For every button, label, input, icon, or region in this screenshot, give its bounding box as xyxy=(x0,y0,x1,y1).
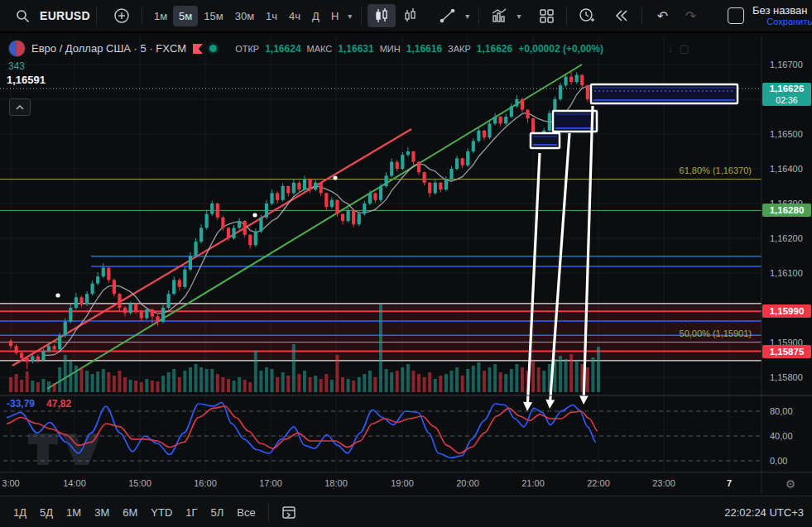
oscillator-tick: 40,00 xyxy=(770,431,811,441)
fib-level-label: 50,00% (1,15901) xyxy=(680,328,752,338)
compare-add-icon[interactable] xyxy=(108,4,136,27)
close-label: ЗАКР xyxy=(448,44,471,54)
interval-30м[interactable]: 30м xyxy=(229,6,260,26)
low-label: МИН xyxy=(380,44,401,54)
range-3М[interactable]: 3М xyxy=(88,503,116,522)
save-button[interactable]: Сохранить xyxy=(752,17,812,27)
symbol-label[interactable]: EURUSD xyxy=(40,9,90,22)
range-5Л[interactable]: 5Л xyxy=(204,503,231,522)
redo-icon[interactable]: ↷ xyxy=(676,4,704,27)
open-value: 1,16624 xyxy=(265,43,300,55)
undo-icon[interactable]: ↶ xyxy=(648,4,676,27)
time-tick: 16:00 xyxy=(194,478,217,488)
price-tick: 1,16200 xyxy=(770,233,811,243)
bar-counter-label: 343 xyxy=(8,60,25,72)
interval-1м[interactable]: 1м xyxy=(148,6,173,26)
legend-arrow-down-icon[interactable]: ↓ xyxy=(668,42,674,55)
layout-title[interactable]: Без назван xyxy=(752,5,812,17)
collapse-caret-button[interactable] xyxy=(9,98,31,116)
bottom-toolbar: 1Д5Д1М3М6МYTD1Г5ЛВсе 22:02:24 UTC+3 xyxy=(0,496,812,527)
range-6М[interactable]: 6М xyxy=(116,503,144,522)
green-level-badge: 1,16280 xyxy=(762,204,811,217)
time-tick: 7 xyxy=(727,478,732,488)
intervals-chevron-down-icon[interactable]: ▾ xyxy=(344,12,355,21)
main-chart[interactable] xyxy=(0,0,812,527)
interval-5м[interactable]: 5м xyxy=(173,6,198,26)
interval-1ч[interactable]: 1ч xyxy=(260,6,283,26)
line-tools-chevron-down-icon[interactable]: ▾ xyxy=(462,12,473,21)
oscillator-fast-value: -33,79 xyxy=(7,398,35,410)
tradingview-chart-window: { "toolbar": { "symbol": "EURUSD", "inte… xyxy=(0,0,812,527)
low-value: 1,16616 xyxy=(406,43,442,55)
time-tick: 19:00 xyxy=(391,478,414,488)
range-1Г[interactable]: 1Г xyxy=(179,503,204,522)
range-YTD[interactable]: YTD xyxy=(144,503,179,522)
time-tick: 18:00 xyxy=(324,478,348,488)
range-5Д[interactable]: 5Д xyxy=(33,503,60,522)
price-tick: 1,15800 xyxy=(770,372,811,382)
change-value: +0,00002 (+0,00%) xyxy=(518,43,603,55)
indicator-templates-icon[interactable] xyxy=(485,4,513,27)
close-value: 1,16626 xyxy=(477,43,512,55)
time-tick: 15:00 xyxy=(128,478,151,488)
interval-Н[interactable]: Н xyxy=(325,6,344,26)
time-tick: 22:00 xyxy=(587,478,610,488)
grid-layout-icon[interactable] xyxy=(532,4,560,27)
time-tick: 20:00 xyxy=(456,478,479,488)
chevron-up-icon xyxy=(16,105,24,110)
time-tick: 14:00 xyxy=(63,478,86,488)
interval-Д[interactable]: Д xyxy=(306,6,325,26)
range-Все[interactable]: Все xyxy=(230,503,262,522)
symbol-flag-icon xyxy=(8,40,26,57)
replay-icon[interactable] xyxy=(608,4,636,27)
time-tick: 17:00 xyxy=(259,478,282,488)
range-switcher: 1Д5Д1М3М6МYTD1Г5ЛВсе xyxy=(7,503,262,522)
high-label: МАКС xyxy=(307,44,333,54)
go-to-date-icon[interactable] xyxy=(275,501,303,524)
current-price-badge: 1,1662602:36 xyxy=(762,83,811,106)
range-1Д[interactable]: 1Д xyxy=(7,503,33,522)
price-tick: 1,16100 xyxy=(770,268,811,278)
alert-icon[interactable] xyxy=(573,4,601,27)
interval-switcher: 1м5м15м30м1ч4чДН xyxy=(148,6,344,26)
hollow-candles-style-icon[interactable] xyxy=(396,4,424,27)
fib-level-label: 61,80% (1,16370) xyxy=(680,165,752,175)
layout-checkbox-icon[interactable] xyxy=(728,7,744,24)
open-label: ОТКР xyxy=(235,44,259,54)
session-clock[interactable]: 22:02:24 UTC+3 xyxy=(724,506,804,519)
candles-style-icon[interactable] xyxy=(368,4,396,27)
legend-maximize-icon[interactable]: ▢ xyxy=(679,42,689,55)
price-tick: 1,16700 xyxy=(770,60,811,69)
templates-chevron-down-icon[interactable]: ▾ xyxy=(513,12,524,21)
price-overlay-label: 1,16591 xyxy=(7,74,46,86)
high-value: 1,16631 xyxy=(338,43,373,55)
time-tick: 3:00 xyxy=(2,478,19,488)
red-level-badge-2: 1,15875 xyxy=(762,345,811,358)
oscillator-tick: 0,00 xyxy=(770,456,811,466)
time-tick: 23:00 xyxy=(652,478,675,488)
search-icon[interactable] xyxy=(8,4,36,27)
price-tick: 1,16400 xyxy=(770,164,811,174)
market-open-icon xyxy=(209,45,217,52)
oscillator-tick: 80,00 xyxy=(770,406,811,416)
red-level-badge-1: 1,15990 xyxy=(762,304,811,318)
legend-title[interactable]: Евро / Доллар США · 5 · FXCM xyxy=(31,42,186,55)
interval-4ч[interactable]: 4ч xyxy=(283,6,306,26)
bookmark-flag-icon[interactable] xyxy=(192,43,204,55)
interval-15м[interactable]: 15м xyxy=(198,6,228,26)
oscillator-slow-value: 47,82 xyxy=(46,398,71,410)
range-1М[interactable]: 1М xyxy=(60,503,88,522)
top-toolbar: EURUSD 1м5м15м30м1ч4чДН ▾ ▾ ▾ xyxy=(0,0,812,33)
price-tick: 1,16500 xyxy=(770,129,811,139)
chart-legend: Евро / Доллар США · 5 · FXCM ОТКР 1,1662… xyxy=(8,40,689,57)
time-tick: 21:00 xyxy=(521,478,545,488)
oscillator-values: -33,7947,82 xyxy=(7,398,71,410)
line-tools-icon[interactable] xyxy=(434,4,462,27)
settings-gear-icon[interactable]: ⚙ xyxy=(776,477,805,491)
